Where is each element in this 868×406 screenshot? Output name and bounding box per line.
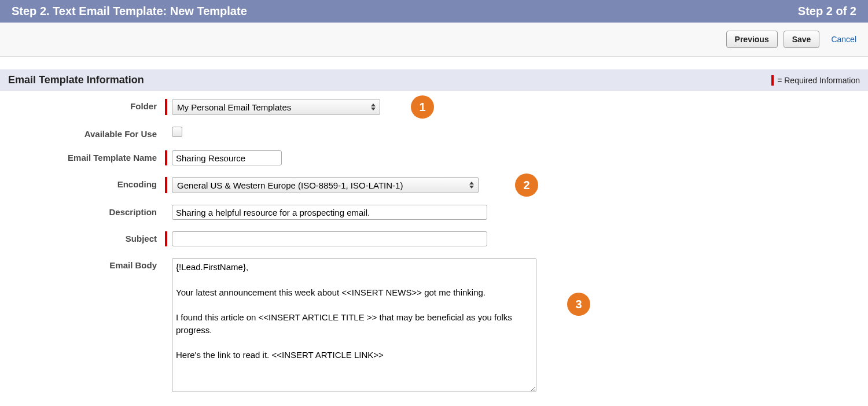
- label-template-name: Email Template Name: [12, 150, 165, 163]
- callout-1: 1: [411, 95, 434, 119]
- description-input[interactable]: [172, 205, 487, 220]
- wizard-step-indicator: Step 2 of 2: [798, 5, 856, 18]
- row-encoding: Encoding General US & Western Europe (IS…: [12, 177, 856, 193]
- label-body: Email Body: [12, 258, 165, 270]
- label-folder: Folder: [12, 99, 165, 111]
- wizard-title: Step 2. Text Email Template: New Templat…: [12, 5, 247, 18]
- callout-3: 3: [567, 293, 590, 316]
- row-description: Description: [12, 205, 856, 220]
- wizard-header: Step 2. Text Email Template: New Templat…: [0, 0, 868, 23]
- email-body-textarea[interactable]: [172, 258, 536, 392]
- previous-button[interactable]: Previous: [726, 31, 778, 48]
- subject-input[interactable]: [172, 231, 487, 246]
- template-name-input[interactable]: [172, 150, 282, 165]
- label-available: Available For Use: [12, 127, 165, 139]
- label-description: Description: [12, 205, 165, 217]
- row-available: Available For Use: [12, 127, 856, 139]
- label-subject: Subject: [12, 231, 165, 243]
- save-button[interactable]: Save: [784, 31, 820, 48]
- row-subject: Subject: [12, 231, 856, 246]
- row-template-name: Email Template Name: [12, 150, 856, 165]
- required-legend-text: = Required Information: [777, 76, 860, 85]
- required-indicator-icon: [771, 75, 774, 86]
- available-checkbox[interactable]: [172, 127, 182, 137]
- label-encoding: Encoding: [12, 177, 165, 189]
- encoding-select[interactable]: General US & Western Europe (ISO-8859-1,…: [172, 177, 479, 193]
- form-area: Folder My Personal Email Templates 1 Ava…: [0, 91, 868, 406]
- action-toolbar: Previous Save Cancel: [0, 23, 868, 57]
- callout-2: 2: [515, 174, 538, 197]
- cancel-link[interactable]: Cancel: [831, 35, 856, 44]
- row-folder: Folder My Personal Email Templates 1: [12, 99, 856, 115]
- required-legend: = Required Information: [771, 75, 860, 86]
- section-title: Email Template Information: [8, 74, 144, 86]
- folder-select[interactable]: My Personal Email Templates: [172, 99, 380, 115]
- section-header: Email Template Information = Required In…: [0, 69, 868, 91]
- row-body: Email Body 3: [12, 258, 856, 392]
